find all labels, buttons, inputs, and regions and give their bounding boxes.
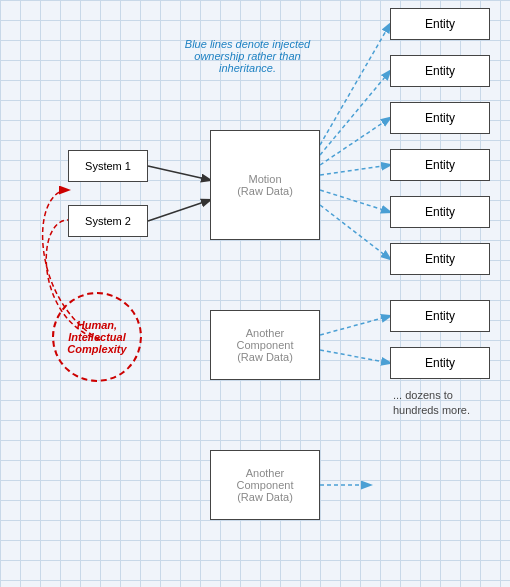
entity-box-2: Entity bbox=[390, 55, 490, 87]
svg-line-0 bbox=[148, 166, 210, 180]
svg-line-7 bbox=[320, 205, 390, 259]
entity-box-6: Entity bbox=[390, 243, 490, 275]
human-circle: Human,IntellectualComplexity bbox=[52, 292, 142, 382]
svg-line-1 bbox=[148, 200, 210, 221]
svg-line-3 bbox=[320, 71, 390, 155]
system2-box: System 2 bbox=[68, 205, 148, 237]
entity-box-7: Entity bbox=[390, 300, 490, 332]
component-box-2: AnotherComponent(Raw Data) bbox=[210, 450, 320, 520]
entity-box-4: Entity bbox=[390, 149, 490, 181]
more-text: ... dozens tohundreds more. bbox=[393, 388, 470, 419]
component-box-1: AnotherComponent(Raw Data) bbox=[210, 310, 320, 380]
diagram-container: Blue lines denote injected ownership rat… bbox=[0, 0, 510, 587]
entity-box-8: Entity bbox=[390, 347, 490, 379]
svg-line-6 bbox=[320, 190, 390, 212]
svg-line-5 bbox=[320, 165, 390, 175]
entity-box-3: Entity bbox=[390, 102, 490, 134]
svg-line-4 bbox=[320, 118, 390, 165]
system1-box: System 1 bbox=[68, 150, 148, 182]
svg-line-9 bbox=[320, 350, 390, 363]
svg-line-2 bbox=[320, 24, 390, 145]
svg-line-8 bbox=[320, 316, 390, 335]
annotation-text: Blue lines denote injected ownership rat… bbox=[175, 38, 320, 74]
entity-box-1: Entity bbox=[390, 8, 490, 40]
motion-box: Motion(Raw Data) bbox=[210, 130, 320, 240]
entity-box-5: Entity bbox=[390, 196, 490, 228]
